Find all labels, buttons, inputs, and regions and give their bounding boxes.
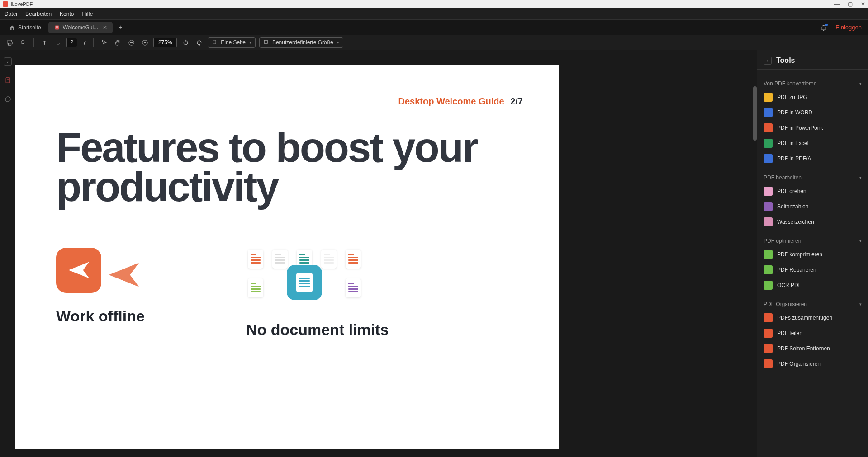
page-layout-dropdown[interactable]: Eine Seite ▾ [208, 37, 256, 48]
page-header: Desktop Welcome Guide 2/7 [398, 96, 523, 107]
title-bar: iLovePDF — ▢ ✕ [0, 0, 868, 8]
menu-datei[interactable]: Datei [5, 11, 17, 17]
menu-bar: Datei Bearbeiten Konto Hilfe [0, 8, 868, 20]
print-button[interactable] [5, 38, 14, 47]
page-down-button[interactable] [53, 38, 63, 47]
close-button[interactable]: ✕ [861, 1, 865, 7]
add-tab-button[interactable]: + [114, 24, 126, 32]
tool-item[interactable]: PDF drehen [762, 184, 863, 199]
tool-item[interactable]: PDF teilen [762, 325, 863, 341]
tools-section-header[interactable]: Von PDF konvertieren▾ [762, 78, 863, 90]
hand-tool[interactable] [113, 38, 123, 47]
svg-rect-4 [7, 42, 12, 44]
tool-icon [764, 329, 773, 338]
toolbar: 7 Eine Seite ▾ Benutzerdefinierte Größe … [0, 35, 868, 50]
feature-nolimits: No document limits [246, 248, 389, 339]
tool-icon [764, 281, 773, 290]
rotate-left-button[interactable] [180, 38, 190, 47]
home-icon [9, 24, 15, 31]
tool-item-label: PDF Seiten Entfernen [777, 345, 830, 352]
left-rail: › [0, 50, 15, 457]
tools-section-title: PDF Organisieren [764, 301, 807, 307]
tool-item[interactable]: PDF in Excel [762, 136, 863, 151]
thumbnails-button[interactable] [3, 75, 12, 85]
tool-icon [764, 313, 773, 322]
tool-item-label: PDF in PDF/A [777, 155, 811, 162]
tool-item-label: Seitenzahlen [777, 203, 808, 210]
tool-item[interactable]: OCR PDF [762, 278, 863, 293]
svg-rect-2 [56, 27, 58, 28]
tool-item-label: PDF zu JPG [777, 94, 807, 100]
airplane-ghost-icon [106, 257, 142, 295]
tool-item[interactable]: PDF in PowerPoint [762, 120, 863, 136]
menu-hilfe[interactable]: Hilfe [82, 11, 93, 17]
document-big-icon [287, 265, 322, 300]
maximize-button[interactable]: ▢ [848, 1, 853, 7]
page-header-title: Desktop Welcome Guide [398, 96, 504, 106]
menu-bearbeiten[interactable]: Bearbeiten [25, 11, 52, 17]
tool-item[interactable]: PDF Organisieren [762, 356, 863, 372]
menu-konto[interactable]: Konto [60, 11, 74, 17]
feature-offline-title: Work offline [56, 307, 192, 325]
chevron-down-icon: ▾ [249, 40, 251, 45]
tool-item[interactable]: PDF komprimieren [762, 247, 863, 262]
document-viewer[interactable]: Desktop Welcome Guide 2/7 Features to bo… [15, 50, 757, 457]
zoom-input[interactable] [153, 38, 177, 47]
page-size-dropdown[interactable]: Benutzerdefinierte Größe ▾ [259, 37, 343, 48]
tools-section-header[interactable]: PDF optimieren▾ [762, 235, 863, 247]
tool-icon [764, 123, 773, 132]
tools-title: Tools [776, 57, 795, 65]
minimize-button[interactable]: — [834, 1, 840, 7]
tools-section-header[interactable]: PDF bearbeiten▾ [762, 172, 863, 184]
tab-document[interactable]: WelcomeGui... ✕ [48, 22, 113, 33]
tool-item[interactable]: PDF zu JPG [762, 90, 863, 105]
chevron-down-icon: ▾ [859, 81, 862, 86]
tab-home[interactable]: Startseite [4, 22, 47, 33]
tool-item[interactable]: Wasserzeichen [762, 214, 863, 230]
tools-section-header[interactable]: PDF Organisieren▾ [762, 298, 863, 310]
tool-item[interactable]: PDF in PDF/A [762, 151, 863, 166]
tool-item[interactable]: PDF Seiten Entfernen [762, 341, 863, 356]
chevron-down-icon: ▾ [859, 302, 862, 306]
scrollbar[interactable] [753, 86, 757, 141]
login-link[interactable]: Einloggen [835, 24, 862, 31]
tool-item[interactable]: PDF in WORD [762, 105, 863, 120]
page-up-button[interactable] [39, 38, 49, 47]
tool-item[interactable]: PDFs zusammenfügen [762, 310, 863, 325]
separator [93, 38, 94, 47]
pointer-tool[interactable] [99, 38, 109, 47]
tool-icon [764, 187, 773, 196]
tab-close-icon[interactable]: ✕ [103, 24, 107, 31]
page-layout-icon [212, 39, 217, 46]
tool-item-label: PDF Organisieren [777, 361, 821, 367]
tool-item[interactable]: PDF Reparieren [762, 262, 863, 278]
airplane-icon [56, 248, 101, 293]
notifications-icon[interactable] [820, 24, 827, 31]
tab-document-label: WelcomeGui... [63, 24, 98, 31]
info-button[interactable] [3, 94, 12, 104]
zoom-in-button[interactable] [140, 38, 150, 47]
expand-sidebar-button[interactable]: › [4, 57, 12, 66]
tab-bar: Startseite WelcomeGui... ✕ + Einloggen [0, 20, 868, 35]
tools-section-title: PDF bearbeiten [764, 174, 802, 181]
tool-item[interactable]: Seitenzahlen [762, 199, 863, 214]
svg-rect-14 [264, 40, 267, 43]
svg-rect-3 [8, 40, 12, 42]
search-button[interactable] [18, 38, 28, 47]
tool-item-label: PDF teilen [777, 330, 802, 336]
tools-section-title: PDF optimieren [764, 238, 801, 244]
notification-dot [825, 24, 828, 26]
page-header-num: 2/7 [510, 96, 523, 106]
rotate-right-button[interactable] [194, 38, 204, 47]
zoom-out-button[interactable] [126, 38, 136, 47]
tool-icon [764, 217, 773, 226]
page-size-icon [263, 39, 269, 46]
tool-item-label: PDF komprimieren [777, 251, 822, 258]
tool-item-label: PDF drehen [777, 188, 806, 194]
feature-offline: Work offline [56, 248, 192, 339]
collapse-tools-button[interactable]: ‹ [764, 57, 772, 65]
chevron-down-icon: ▾ [859, 239, 862, 243]
tools-section-title: Von PDF konvertieren [764, 80, 816, 87]
tool-icon [764, 139, 773, 148]
page-number-input[interactable] [66, 38, 77, 47]
